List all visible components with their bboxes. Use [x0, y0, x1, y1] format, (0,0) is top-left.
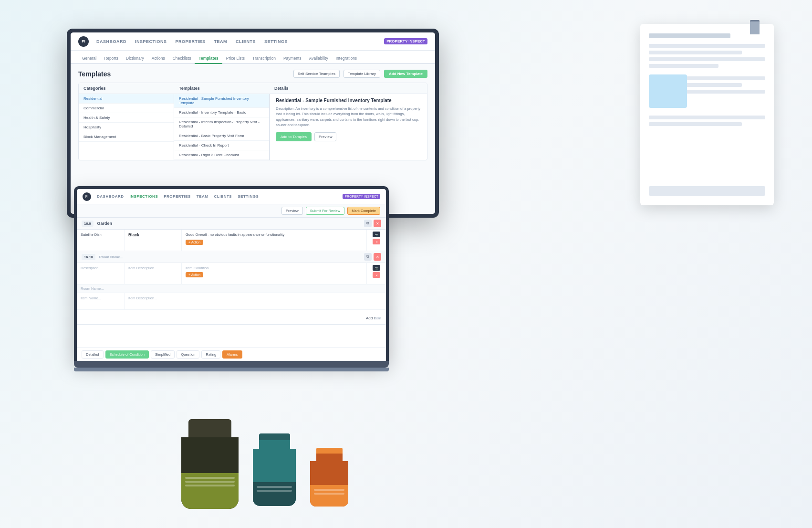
- item-description-satellite: Satellite Dish: [77, 230, 125, 251]
- laptop-mark-complete-btn[interactable]: Mark Complete: [347, 207, 380, 215]
- item-item-desc-placeholder: Item Description...: [125, 263, 182, 284]
- tab-alarms[interactable]: Alarms: [222, 350, 242, 359]
- template-table: Categories Templates Details Residential…: [78, 83, 427, 160]
- laptop-nav-clients[interactable]: CLIENTS: [214, 194, 232, 199]
- cat-commercial[interactable]: Commercial: [79, 104, 174, 113]
- cat-health-safety[interactable]: Health & Safety: [79, 113, 174, 123]
- tab-reports[interactable]: Reports: [100, 56, 122, 64]
- camera-icon-2[interactable]: 📷: [373, 265, 380, 271]
- bm-line-2: [257, 490, 292, 492]
- doc-line-3: [649, 57, 765, 61]
- laptop-nav-properties[interactable]: PROPERTIES: [164, 194, 191, 199]
- bottle-small-neck: [316, 454, 343, 461]
- bottle-medium-cap: [259, 433, 290, 440]
- action-button[interactable]: + Action: [186, 240, 203, 245]
- tab-question[interactable]: Question: [177, 350, 199, 359]
- tab-availability[interactable]: Availability: [305, 56, 332, 64]
- nav-settings[interactable]: SETTINGS: [263, 39, 289, 44]
- bs-line-2: [314, 493, 344, 495]
- laptop-base: [74, 368, 389, 371]
- tab-transcription[interactable]: Transcription: [249, 56, 280, 64]
- bottle-small-body: [310, 461, 348, 507]
- tab-rating[interactable]: Rating: [201, 350, 220, 359]
- bottle-medium-lines: [253, 482, 296, 496]
- remove-icon-2[interactable]: ✕: [373, 272, 380, 278]
- tab-actions[interactable]: Actions: [148, 56, 169, 64]
- cat-hospitality[interactable]: Hospitality: [79, 123, 174, 132]
- doc-line-4: [649, 64, 718, 68]
- room-name-text: Room Name...: [81, 286, 104, 291]
- delete-icon[interactable]: ✕: [374, 220, 381, 227]
- laptop-preview-btn[interactable]: Preview: [281, 207, 303, 215]
- section-num-16-9: 16.9: [82, 221, 94, 227]
- self-service-button[interactable]: Self Service Teamples: [293, 70, 340, 78]
- copy-icon-2[interactable]: ⧉: [364, 253, 372, 261]
- nav-inspections[interactable]: INSPECTIONS: [134, 39, 168, 44]
- remove-icon[interactable]: ✕: [373, 239, 380, 244]
- add-item-row: Add Item: [77, 310, 386, 325]
- doc-line-5: [649, 116, 765, 119]
- cat-block-management[interactable]: Block Management: [79, 132, 174, 142]
- laptop-nav-inspections[interactable]: INSPECTIONS: [130, 194, 158, 199]
- tab-integrations[interactable]: Integrations: [332, 56, 361, 64]
- page-title: Templates: [78, 70, 111, 78]
- tpl-furnished-inventory[interactable]: Residential - Sample Furnished Inventory…: [174, 94, 269, 108]
- bottle-medium-neck: [259, 440, 290, 449]
- laptop-nav-team[interactable]: TEAM: [197, 194, 208, 199]
- scene: PI DASHBOARD INSPECTIONS PROPERTIES TEAM…: [0, 0, 812, 528]
- tab-pricelists[interactable]: Price Lists: [222, 56, 249, 64]
- laptop-nav-settings[interactable]: SETTINGS: [238, 194, 259, 199]
- bottle-small: [310, 448, 348, 528]
- section-num-16-10: 16.10: [82, 254, 95, 260]
- tab-detailed[interactable]: Detailed: [82, 350, 104, 359]
- nav-right: PROPERTY INSPECT: [384, 38, 427, 44]
- copy-icon[interactable]: ⧉: [364, 220, 372, 227]
- nav-properties[interactable]: PROPERTIES: [175, 39, 207, 44]
- tpl-inventory-basic[interactable]: Residential - Inventory Template - Basic: [174, 108, 269, 117]
- laptop-toolbar: Preview Submit For Review Mark Complete: [77, 204, 386, 218]
- tpl-basic-property-visit[interactable]: Residential - Basic Property Visit Form: [174, 131, 269, 141]
- laptop-submit-btn[interactable]: Submit For Review: [306, 207, 344, 215]
- tab-payments[interactable]: Payments: [280, 56, 305, 64]
- nav-clients[interactable]: CLIENTS: [235, 39, 257, 44]
- bottle-large-lines: [181, 473, 239, 490]
- tab-templates[interactable]: Templates: [195, 56, 222, 64]
- item-satellite-dish: Satellite Dish Black Good Overall - no o…: [77, 230, 386, 251]
- action-button-2[interactable]: + Action: [186, 272, 203, 277]
- laptop-nav-dashboard[interactable]: DASHBOARD: [97, 194, 124, 199]
- doc-title-line: [649, 33, 730, 38]
- tab-checklists[interactable]: Checklists: [169, 56, 195, 64]
- doc-image: [649, 74, 687, 108]
- add-to-templates-button[interactable]: Add to Tamples: [276, 132, 312, 141]
- doc-line-2: [649, 51, 742, 54]
- template-library-button[interactable]: Template Library: [344, 70, 380, 78]
- tab-schedule-condition[interactable]: Schedule of Condition: [105, 350, 149, 359]
- item-desc-second-placeholder: Item Description...: [125, 293, 386, 309]
- doc-footer: [649, 186, 765, 196]
- bm-line-1: [257, 486, 292, 488]
- nav-dashboard[interactable]: DASHBOARD: [95, 39, 127, 44]
- add-item-text[interactable]: Add Item: [366, 316, 381, 320]
- col-header-templates: Templates: [174, 83, 270, 94]
- tpl-interim-inspection[interactable]: Residential - Interim Inspection / Prope…: [174, 117, 269, 131]
- col-header-details: Details: [270, 83, 427, 94]
- laptop: PI DASHBOARD INSPECTIONS PROPERTIES TEAM…: [74, 186, 389, 371]
- tpl-right2rent[interactable]: Residential - Right 2 Rent Checklist: [174, 150, 269, 160]
- bottle-small-lines: [310, 485, 348, 498]
- item-condition-placeholder-text: Item Condition...: [186, 266, 212, 270]
- bottle-large-cap: [188, 419, 231, 428]
- nav-team[interactable]: TEAM: [213, 39, 229, 44]
- tab-dictionary[interactable]: Dictionary: [122, 56, 148, 64]
- bottle-medium-label: [253, 482, 296, 506]
- preview-button[interactable]: Preview: [314, 132, 336, 141]
- camera-icon[interactable]: 📷: [373, 232, 380, 237]
- item-condition-placeholder: Item Condition... + Action: [182, 263, 367, 284]
- section-16-10: 16.10 Room Name... ⧉ ✕: [77, 251, 386, 263]
- add-new-template-button[interactable]: Add New Template: [384, 70, 427, 78]
- b-line-3: [185, 485, 235, 486]
- tpl-check-in[interactable]: Residential - Check In Report: [174, 141, 269, 150]
- tab-general[interactable]: General: [78, 56, 100, 64]
- delete-icon-2[interactable]: ✕: [374, 253, 381, 261]
- cat-residential[interactable]: Residential: [79, 94, 174, 104]
- tab-simplified[interactable]: Simplified: [151, 350, 175, 359]
